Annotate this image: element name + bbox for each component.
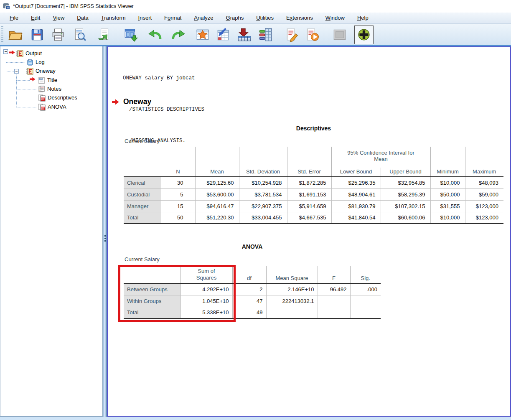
menu-data[interactable]: Data xyxy=(71,13,94,24)
edit-syntax-button[interactable] xyxy=(282,25,302,44)
outline-item-output[interactable]: Output xyxy=(16,49,42,58)
col-header-ms: Mean Square xyxy=(266,266,318,283)
designate-window-button xyxy=(330,25,349,44)
section-arrow-icon xyxy=(112,99,119,105)
undo-button[interactable] xyxy=(145,25,165,44)
insert-variables-icon xyxy=(237,28,252,42)
save-button[interactable] xyxy=(28,25,47,44)
col-header-mean: Mean xyxy=(195,147,239,177)
activate-designated-icon xyxy=(357,28,371,42)
expander-oneway[interactable] xyxy=(14,69,19,74)
window-title: *Output7 [Document7] - IBM SPSS Statisti… xyxy=(13,3,134,9)
tree-connector xyxy=(16,89,36,89)
menu-utilities[interactable]: Utilities xyxy=(250,13,280,24)
current-item-arrow-icon xyxy=(9,50,15,55)
output-viewer-pane: ONEWAY salary BY jobcat /STATISTICS DESC… xyxy=(107,46,511,417)
open-folder-icon xyxy=(8,28,23,42)
tree-connector xyxy=(6,62,25,63)
variables-list-button[interactable] xyxy=(257,25,276,44)
goto-variable-icon xyxy=(215,28,230,42)
redo-button[interactable] xyxy=(169,25,188,44)
col-header-sd: Std. Deviation xyxy=(239,147,287,177)
outline-item-oneway[interactable]: Oneway xyxy=(26,67,56,75)
tree-connector xyxy=(16,80,30,81)
print-preview-icon xyxy=(73,28,87,42)
menu-help[interactable]: Help xyxy=(351,13,375,24)
outline-item-log[interactable]: Log xyxy=(26,58,45,66)
highlight-red-box xyxy=(118,265,236,322)
undo-icon xyxy=(147,28,163,41)
pivot-table-icon xyxy=(38,94,46,102)
tree-connector xyxy=(16,74,17,107)
output-book-icon xyxy=(26,68,33,75)
col-header-lower: Lower Bound xyxy=(331,168,381,177)
insert-variables-button[interactable] xyxy=(235,25,254,44)
designate-window-icon xyxy=(332,28,347,41)
run-script-icon xyxy=(305,28,319,42)
menu-insert[interactable]: Insert xyxy=(132,13,158,24)
spss-viewer-window: *Output7 [Document7] - IBM SPSS Statisti… xyxy=(0,0,511,420)
print-preview-button[interactable] xyxy=(70,25,89,44)
goto-case-icon xyxy=(195,28,210,42)
menu-extensions[interactable]: Extensions xyxy=(280,13,319,24)
col-header-df: df xyxy=(232,266,266,283)
menu-bar: File Edit View Data Transform Insert For… xyxy=(0,13,511,24)
goto-case-button[interactable] xyxy=(193,25,212,44)
col-header-min: Minimum xyxy=(430,147,465,177)
title-bar: *Output7 [Document7] - IBM SPSS Statisti… xyxy=(0,0,511,13)
splitter-grip-icon xyxy=(104,235,106,237)
table-row: Total 50 $51,220.30 $33,004.455 $4,667.5… xyxy=(124,212,503,224)
menu-transform[interactable]: Transform xyxy=(95,13,132,24)
outline-item-anova[interactable]: ANOVA xyxy=(38,103,66,111)
menu-analyze[interactable]: Analyze xyxy=(188,13,219,24)
notes-icon: i xyxy=(38,86,45,93)
outline-pane: Output Log Oneway xyxy=(0,46,103,417)
window-bottom-edge xyxy=(0,417,511,420)
outline-item-title[interactable]: Title Title xyxy=(38,76,57,84)
tree-connector xyxy=(16,98,36,98)
col-header-upper: Upper Bound xyxy=(381,168,430,177)
ci-spanner-header: 95% Confidence Interval for Mean xyxy=(331,147,430,168)
recall-dialogs-button[interactable] xyxy=(121,25,140,44)
menu-format[interactable]: Format xyxy=(158,13,188,24)
log-icon xyxy=(26,59,33,66)
table-row: Custodial 5 $53,600.00 $3,781.534 $1,691… xyxy=(124,188,503,200)
descriptives-title: Descriptives xyxy=(124,125,503,132)
menu-view[interactable]: View xyxy=(46,13,71,24)
col-header-f: F xyxy=(318,266,350,283)
outline-item-notes[interactable]: i Notes xyxy=(38,85,61,93)
app-icon xyxy=(3,3,10,10)
outline-item-descriptives[interactable]: Descriptives xyxy=(38,94,77,102)
export-button[interactable] xyxy=(94,25,114,44)
print-button[interactable] xyxy=(48,25,68,44)
variables-list-icon xyxy=(259,28,274,42)
descriptives-table[interactable]: N Mean Std. Deviation Std. Error 95% Con… xyxy=(124,147,503,224)
descriptives-caption: Current Salary xyxy=(125,138,160,144)
edit-syntax-icon xyxy=(285,28,299,42)
save-icon xyxy=(30,28,44,42)
section-heading-row: Oneway xyxy=(112,97,151,106)
menu-edit[interactable]: Edit xyxy=(25,13,46,24)
main-area: Output Log Oneway xyxy=(0,46,511,417)
activate-designated-button[interactable] xyxy=(354,25,374,44)
export-icon xyxy=(97,28,111,42)
menu-file[interactable]: File xyxy=(3,13,25,24)
col-header-n: N xyxy=(161,147,195,177)
table-row: Manager 15 $94,616.47 $22,907.375 $5,914… xyxy=(124,200,503,212)
svg-text:Title: Title xyxy=(40,78,42,79)
pane-splitter[interactable] xyxy=(103,46,107,417)
stub-header xyxy=(124,147,161,177)
anova-caption: Current Salary xyxy=(125,256,160,262)
toolbar-gripper[interactable] xyxy=(1,26,3,43)
menu-window[interactable]: Window xyxy=(319,13,351,24)
goto-variable-button[interactable] xyxy=(213,25,232,44)
menu-graphs[interactable]: Graphs xyxy=(220,13,250,24)
tree-connector xyxy=(16,107,36,107)
expander-output[interactable] xyxy=(3,49,8,54)
recall-dialogs-icon xyxy=(123,28,138,42)
open-output-button[interactable] xyxy=(6,25,25,44)
syntax-line: ONEWAY salary BY jobcat xyxy=(123,73,204,84)
title-page-icon: Title xyxy=(38,77,45,84)
run-script-button[interactable] xyxy=(303,25,322,44)
table-row: Clerical 30 $29,125.60 $10,254.928 $1,87… xyxy=(124,177,503,188)
